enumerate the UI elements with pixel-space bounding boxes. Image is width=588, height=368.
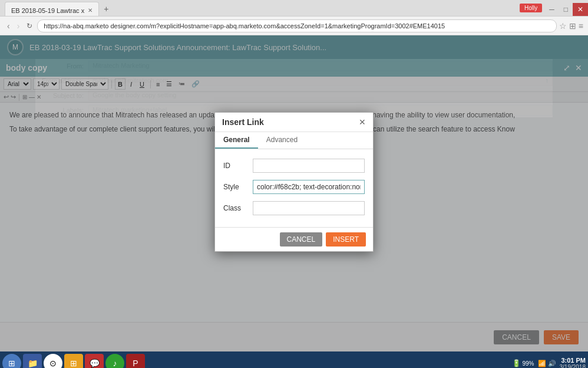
taskbar-app-chrome[interactable]: ⊙ xyxy=(44,354,62,368)
id-field-row: ID xyxy=(223,159,365,173)
taskbar-app-music[interactable]: ♪ xyxy=(105,354,124,368)
dialog-tabs: General Advanced xyxy=(215,132,373,149)
refresh-btn[interactable]: ↻ xyxy=(24,21,35,31)
menu-btn[interactable]: ≡ xyxy=(579,21,583,31)
window-maximize[interactable]: □ xyxy=(559,3,573,16)
address-bar[interactable] xyxy=(37,19,556,32)
class-label: Class xyxy=(223,204,253,212)
browser-tabbar: EB 2018-05-19 Lawtrac x ✕ + Holly ─ □ ✕ xyxy=(0,0,588,17)
insert-button[interactable]: INSERT xyxy=(326,232,366,247)
time-display: 3:01 PM xyxy=(560,357,586,364)
browser-toolbar: ‹ › ↻ ☆ ⊞ ≡ xyxy=(0,17,588,35)
id-label: ID xyxy=(223,162,253,170)
window-minimize[interactable]: ─ xyxy=(544,3,559,16)
dialog-body: ID Style Class xyxy=(215,149,373,227)
date-display: 3/19/2018 xyxy=(560,364,586,369)
start-btn[interactable]: ⊞ xyxy=(2,354,21,368)
style-field-row: Style xyxy=(223,180,365,194)
id-input[interactable] xyxy=(253,159,365,173)
battery-level: 99% xyxy=(522,360,534,367)
battery-icon: 🔋 xyxy=(512,359,521,367)
new-tab-btn[interactable]: + xyxy=(99,2,113,16)
forward-btn[interactable]: › xyxy=(15,20,22,32)
tab-close-icon[interactable]: ✕ xyxy=(88,7,93,14)
taskbar-right-area: 🔋 99% 📶 🔊 3:01 PM 3/19/2018 xyxy=(512,357,586,369)
taskbar-app-file[interactable]: 📁 xyxy=(23,354,42,368)
clock: 3:01 PM 3/19/2018 xyxy=(560,357,586,369)
tab-advanced[interactable]: Advanced xyxy=(258,132,306,149)
modal-overlay: Insert Link ✕ General Advanced ID Style xyxy=(0,35,588,351)
style-input[interactable] xyxy=(253,180,365,194)
tab-title: EB 2018-05-19 Lawtrac x xyxy=(11,7,84,14)
taskbar-app-chat[interactable]: 💬 xyxy=(85,354,104,368)
bookmark-btn[interactable]: ☆ xyxy=(559,21,567,31)
class-input[interactable] xyxy=(253,201,365,215)
dialog-title: Insert Link xyxy=(222,117,264,127)
volume-icon: 🔊 xyxy=(548,360,556,367)
battery-indicator: 🔋 99% xyxy=(512,359,534,367)
browser-tab[interactable]: EB 2018-05-19 Lawtrac x ✕ xyxy=(5,2,99,16)
taskbar-app-ppt[interactable]: P xyxy=(126,354,145,368)
tab-general[interactable]: General xyxy=(215,132,258,149)
cancel-button[interactable]: CANCEL xyxy=(280,232,323,247)
style-label: Style xyxy=(223,183,253,191)
user-badge: Holly xyxy=(520,4,542,12)
extensions-btn[interactable]: ⊞ xyxy=(569,21,576,31)
app-area: M EB 2018-03-19 LawTrac Support Solution… xyxy=(0,35,588,351)
class-field-row: Class xyxy=(223,201,365,215)
dialog-footer: CANCEL INSERT xyxy=(215,227,373,251)
window-close[interactable]: ✕ xyxy=(573,3,588,16)
taskbar-app-grid[interactable]: ⊞ xyxy=(64,354,83,368)
back-btn[interactable]: ‹ xyxy=(5,20,12,32)
taskbar: ⊞ 📁 ⊙ ⊞ 💬 ♪ P 🔋 99% 📶 🔊 3:01 PM 3/19/201… xyxy=(0,351,588,368)
insert-link-dialog: Insert Link ✕ General Advanced ID Style xyxy=(214,112,374,252)
browser-chrome: EB 2018-05-19 Lawtrac x ✕ + Holly ─ □ ✕ … xyxy=(0,0,588,35)
dialog-close-btn[interactable]: ✕ xyxy=(359,118,366,126)
dialog-header: Insert Link ✕ xyxy=(215,113,373,132)
wifi-icon: 📶 xyxy=(538,360,546,367)
sys-tray-icons: 📶 🔊 xyxy=(538,360,556,367)
